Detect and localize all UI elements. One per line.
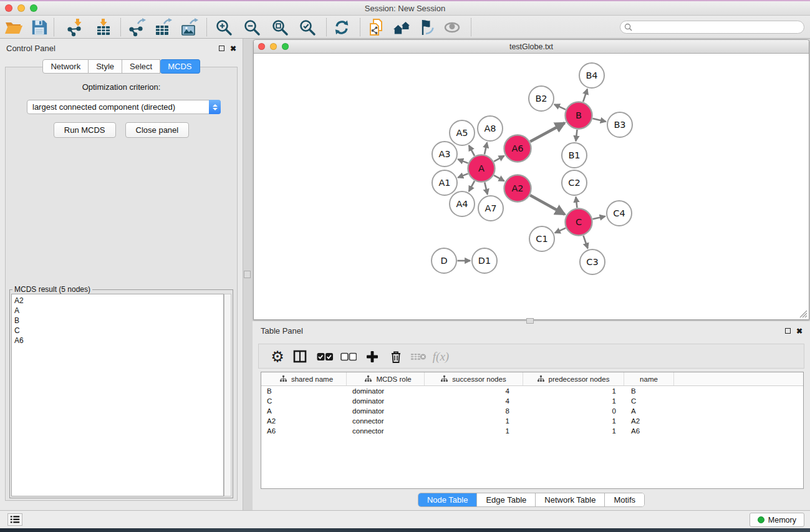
zoom-out-button[interactable] bbox=[242, 17, 262, 37]
delete-table-button[interactable] bbox=[408, 347, 428, 367]
graph-edge-A-A3[interactable] bbox=[458, 159, 468, 163]
search-box[interactable] bbox=[620, 21, 804, 34]
close-panel-icon[interactable]: ✖ bbox=[230, 46, 236, 52]
run-mcds-button[interactable]: Run MCDS bbox=[54, 122, 116, 138]
mcds-result-item[interactable]: A bbox=[14, 306, 223, 316]
table-cell[interactable]: 1 bbox=[523, 427, 624, 435]
task-history-button[interactable] bbox=[7, 513, 22, 526]
graph-edge-C-C2[interactable] bbox=[576, 197, 577, 208]
tab-node-table[interactable]: Node Table bbox=[418, 493, 478, 506]
table-cell[interactable]: C bbox=[624, 397, 674, 405]
zoom-fit-button[interactable] bbox=[270, 17, 290, 37]
create-column-button[interactable] bbox=[362, 347, 382, 367]
table-cell[interactable]: dominator bbox=[347, 397, 425, 405]
save-session-button[interactable] bbox=[29, 17, 49, 37]
table-row[interactable]: Cdominator41C bbox=[261, 396, 803, 406]
export-table-button[interactable] bbox=[153, 17, 173, 37]
zoom-in-button[interactable] bbox=[214, 17, 234, 37]
tab-network[interactable]: Network bbox=[42, 59, 89, 74]
tab-network-table[interactable]: Network Table bbox=[536, 493, 605, 506]
graph-edge-B-B1[interactable] bbox=[576, 130, 577, 141]
export-image-button[interactable] bbox=[179, 17, 199, 37]
open-session-button[interactable] bbox=[4, 17, 24, 37]
graph-node-A8[interactable]: A8 bbox=[478, 116, 503, 141]
network-graph-svg[interactable]: AA1A2A3A4A5A6A7A8BB1B2B3B4CC1C2C3C4DD1 bbox=[254, 54, 809, 319]
delete-column-button[interactable] bbox=[386, 347, 406, 367]
window-resize-grip[interactable] bbox=[799, 310, 808, 318]
memory-button[interactable]: Memory bbox=[750, 513, 804, 527]
graph-node-A[interactable]: A bbox=[468, 155, 495, 182]
network-window-titlebar[interactable]: testGlobe.txt bbox=[254, 40, 809, 54]
graph-edge-B-B3[interactable] bbox=[592, 118, 605, 122]
table-cell[interactable]: 0 bbox=[523, 407, 624, 415]
table-row[interactable]: A6connector11A6 bbox=[261, 426, 803, 436]
close-table-panel-icon[interactable]: ✖ bbox=[796, 328, 803, 334]
graph-edge-A-A1[interactable] bbox=[458, 173, 468, 177]
tab-motifs[interactable]: Motifs bbox=[605, 493, 644, 506]
table-cell[interactable]: A2 bbox=[624, 417, 674, 425]
column-header-predecessor-nodes[interactable]: predecessor nodes bbox=[523, 372, 624, 385]
import-table-button[interactable] bbox=[94, 17, 113, 37]
graph-node-A2[interactable]: A2 bbox=[504, 175, 531, 202]
graph-node-C4[interactable]: C4 bbox=[607, 201, 632, 226]
graph-node-C[interactable]: C bbox=[566, 209, 592, 236]
graph-node-D[interactable]: D bbox=[432, 248, 456, 273]
import-network-button[interactable] bbox=[65, 17, 85, 37]
table-settings-button[interactable]: ⚙ bbox=[268, 347, 287, 367]
column-header-successor-nodes[interactable]: successor nodes bbox=[425, 372, 523, 385]
graph-node-A4[interactable]: A4 bbox=[450, 191, 475, 216]
graph-edge-A-A6[interactable] bbox=[494, 156, 504, 162]
mcds-result-item[interactable]: B bbox=[14, 316, 223, 326]
tab-style[interactable]: Style bbox=[89, 59, 122, 74]
graph-node-B3[interactable]: B3 bbox=[607, 112, 632, 137]
horizontal-splitter-handle[interactable] bbox=[526, 318, 534, 324]
tab-edge-table[interactable]: Edge Table bbox=[477, 493, 536, 506]
graph-node-B[interactable]: B bbox=[566, 102, 592, 129]
graph-node-D1[interactable]: D1 bbox=[472, 248, 497, 273]
tab-mcds[interactable]: MCDS bbox=[160, 59, 200, 74]
table-cell[interactable]: 1 bbox=[425, 417, 523, 425]
table-cell[interactable]: 1 bbox=[523, 387, 624, 395]
mcds-result-item[interactable]: A2 bbox=[14, 296, 223, 306]
table-cell[interactable]: 1 bbox=[523, 397, 624, 405]
graph-node-A6[interactable]: A6 bbox=[504, 135, 531, 162]
graph-edge-C-C4[interactable] bbox=[592, 216, 605, 219]
graph-edge-A2-C[interactable] bbox=[530, 195, 565, 215]
table-cell[interactable]: 4 bbox=[425, 387, 523, 395]
home-nested-network-button[interactable] bbox=[392, 17, 412, 37]
table-cell[interactable]: A2 bbox=[261, 417, 347, 425]
select-all-button[interactable] bbox=[315, 347, 335, 367]
mcds-result-scrollbar[interactable] bbox=[224, 294, 231, 496]
graph-edge-B-B4[interactable] bbox=[583, 89, 587, 102]
table-cell[interactable]: B bbox=[624, 387, 674, 395]
graph-edge-A-A2[interactable] bbox=[494, 175, 504, 181]
graph-node-B1[interactable]: B1 bbox=[562, 143, 587, 168]
graph-edge-C-C3[interactable] bbox=[583, 236, 587, 248]
close-panel-button[interactable]: Close panel bbox=[125, 122, 190, 138]
duplicate-network-button[interactable] bbox=[367, 17, 387, 37]
graph-edge-A-A8[interactable] bbox=[485, 142, 487, 154]
graph-node-C3[interactable]: C3 bbox=[580, 249, 605, 274]
table-cell[interactable]: connector bbox=[347, 417, 425, 425]
graph-edge-A-A7[interactable] bbox=[485, 182, 488, 194]
graph-node-A5[interactable]: A5 bbox=[450, 120, 475, 145]
tab-select[interactable]: Select bbox=[122, 59, 160, 74]
graph-edge-C-C1[interactable] bbox=[555, 228, 566, 233]
table-cell[interactable]: C bbox=[261, 397, 347, 405]
graph-node-A3[interactable]: A3 bbox=[432, 142, 457, 167]
table-cell[interactable]: A6 bbox=[624, 427, 674, 435]
vertical-splitter-handle[interactable] bbox=[244, 271, 251, 278]
graph-node-C1[interactable]: C1 bbox=[529, 226, 554, 251]
table-row[interactable]: A2connector11A2 bbox=[261, 416, 803, 426]
search-input[interactable] bbox=[635, 23, 804, 32]
table-cell[interactable]: A6 bbox=[261, 427, 347, 435]
table-cell[interactable]: 1 bbox=[523, 417, 624, 425]
network-canvas[interactable]: AA1A2A3A4A5A6A7A8BB1B2B3B4CC1C2C3C4DD1 bbox=[254, 54, 809, 319]
float-table-panel-icon[interactable] bbox=[785, 328, 791, 334]
table-row[interactable]: Bdominator41B bbox=[261, 386, 803, 396]
function-builder-button[interactable]: f(x) bbox=[431, 347, 451, 367]
table-cell[interactable]: 1 bbox=[425, 427, 523, 435]
graph-node-B2[interactable]: B2 bbox=[529, 86, 554, 111]
mcds-result-item[interactable]: C bbox=[14, 326, 223, 336]
deselect-all-button[interactable] bbox=[339, 347, 359, 367]
